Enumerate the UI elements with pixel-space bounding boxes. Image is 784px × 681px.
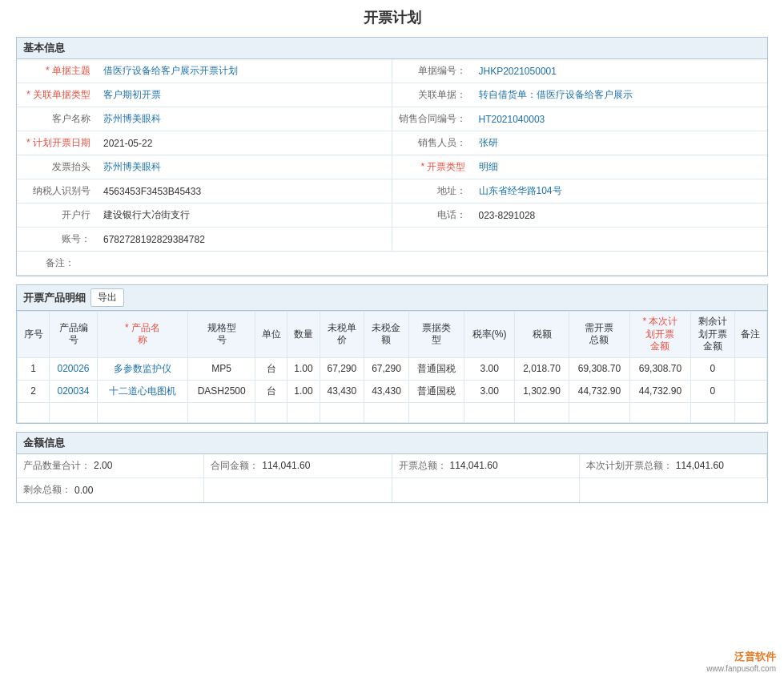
empty-cell [515, 402, 569, 422]
cell-doc_type: 普通国税 [408, 380, 464, 402]
invoice-type-label: * 开票类型 [392, 157, 472, 177]
cell-qty: 1.00 [287, 357, 320, 380]
empty-cell [320, 402, 364, 422]
invoice-total-label: 开票总额： [399, 459, 447, 473]
remaining-label: 剩余总额： [23, 483, 71, 497]
col-seq: 序号 [18, 312, 50, 358]
doc-number-cell: 单据编号： JHKP2021050001 [392, 59, 768, 83]
empty-cell [188, 402, 255, 422]
subject-cell: 单据主题 借医疗设备给客户展示开票计划 [17, 59, 392, 83]
cell-tax_rate: 3.00 [464, 380, 515, 402]
col-qty: 数量 [287, 312, 320, 358]
current-plan-label: 本次计划开票总额： [586, 459, 673, 473]
cell-remaining: 0 [690, 357, 734, 380]
col-product-name: * 产品名 称 [97, 312, 187, 358]
plan-date-value: 2021-05-22 [97, 135, 392, 152]
cell-notes [734, 380, 766, 402]
col-spec: 规格型 号 [188, 312, 255, 358]
remaining-cell: 剩余总额： 0.00 [17, 478, 204, 502]
col-current-invoice: * 本次计 划开票 金额 [629, 312, 690, 358]
salesperson-value: 张研 [472, 133, 768, 153]
col-product-code: 产品编 号 [50, 312, 98, 358]
empty-cell [690, 402, 734, 422]
subject-value: 借医疗设备给客户展示开票计划 [97, 61, 392, 81]
col-unit-price: 未税单 价 [320, 312, 364, 358]
invoice-header-value: 苏州博美眼科 [97, 157, 392, 177]
related-doc-value: 转自借货单：借医疗设备给客户展示 [472, 85, 768, 105]
cell-product_code: 020026 [50, 357, 98, 380]
invoice-header-label: 发票抬头 [17, 157, 97, 177]
invoice-total-cell: 开票总额： 114,041.60 [392, 454, 580, 478]
remaining-empty1 [204, 478, 392, 502]
invoice-type-value: 明细 [472, 157, 768, 177]
tax-id-cell: 纳税人识别号 4563453F3453B45433 [17, 179, 392, 203]
cell-seq: 1 [18, 357, 50, 380]
related-type-cell: * 关联单据类型 客户期初开票 [17, 83, 392, 107]
contract-amount-value: 114,041.60 [262, 460, 310, 471]
customer-name-label: 客户名称 [17, 109, 97, 129]
cell-notes [734, 357, 766, 380]
product-table-wrapper[interactable]: 序号 产品编 号 * 产品名 称 规格型 号 单位 数量 未税单 价 未税金 额… [17, 311, 767, 423]
cell-spec: MP5 [188, 357, 255, 380]
current-plan-cell: 本次计划开票总额： 114,041.60 [580, 454, 767, 478]
empty-cell [629, 402, 690, 422]
product-detail-header: 开票产品明细 导出 [17, 285, 767, 311]
col-remaining: 剩余计 划开票 金额 [690, 312, 734, 358]
product-detail-section: 开票产品明细 导出 序号 产品编 号 * 产品名 称 规格型 号 单位 数量 未… [16, 284, 768, 424]
cell-current_invoice: 44,732.90 [629, 380, 690, 402]
cell-unit: 台 [255, 380, 287, 402]
plan-date-label: * 计划开票日期 [17, 133, 97, 153]
basic-info-title: 基本信息 [23, 41, 65, 55]
cell-unit_price: 43,430 [320, 380, 364, 402]
empty-cell [408, 402, 464, 422]
remaining-value: 0.00 [74, 485, 93, 496]
phone-value: 023-8291028 [472, 207, 768, 224]
product-qty-value: 2.00 [94, 460, 112, 471]
phone-cell: 电话： 023-8291028 [392, 203, 768, 228]
cell-tax_rate: 3.00 [464, 357, 515, 380]
cell-unit_price: 67,290 [320, 357, 364, 380]
product-table: 序号 产品编 号 * 产品名 称 规格型 号 单位 数量 未税单 价 未税金 额… [17, 311, 767, 423]
empty-cell [255, 402, 287, 422]
empty-cell [464, 402, 515, 422]
table-row: 1020026多参数监护仪MP5台1.0067,29067,290普通国税3.0… [18, 357, 767, 380]
contract-amount-cell: 合同金额： 114,041.60 [204, 454, 392, 478]
doc-number-value: JHKP2021050001 [472, 62, 768, 80]
notes-label: 备注： [17, 253, 81, 273]
cell-untaxed_amount: 43,430 [364, 380, 409, 402]
notes-row: 备注： [17, 252, 767, 276]
bank-value: 建设银行大冶街支行 [97, 205, 392, 225]
doc-number-label: 单据编号： [392, 61, 472, 81]
empty-cell [287, 402, 320, 422]
account-value: 67827281928293847​82 [97, 231, 392, 248]
remaining-empty3 [580, 478, 767, 502]
sales-contract-value: HT2021040003 [472, 111, 768, 128]
invoice-total-value: 114,041.60 [450, 460, 498, 471]
salesperson-label: 销售人员： [392, 133, 472, 153]
empty-cell [569, 402, 629, 422]
customer-name-value: 苏州博美眼科 [97, 109, 392, 129]
cell-tax: 2,018.70 [515, 357, 569, 380]
col-untaxed-amount: 未税金 额 [364, 312, 409, 358]
product-qty-label: 产品数量合计： [23, 459, 90, 473]
cell-spec: DASH2500 [188, 380, 255, 402]
account-cell: 账号： 67827281928293847​82 [17, 228, 392, 252]
product-qty-cell: 产品数量合计： 2.00 [17, 454, 204, 478]
address-label: 地址： [392, 181, 472, 201]
subject-label: 单据主题 [17, 61, 97, 81]
customer-name-cell: 客户名称 苏州博美眼科 [17, 107, 392, 131]
basic-info-form: 单据主题 借医疗设备给客户展示开票计划 单据编号： JHKP2021050001… [17, 59, 767, 276]
phone-label: 电话： [392, 205, 472, 225]
bank-cell: 开户行 建设银行大冶街支行 [17, 203, 392, 228]
product-detail-title: 开票产品明细 [23, 291, 86, 305]
col-tax-rate: 税率(%) [464, 312, 515, 358]
col-total-invoice: 需开票 总额 [569, 312, 629, 358]
amount-info-title: 金额信息 [23, 436, 65, 450]
export-button[interactable]: 导出 [90, 288, 124, 307]
related-doc-label: 关联单据： [392, 85, 472, 105]
account-right-empty [392, 228, 768, 252]
invoice-type-cell: * 开票类型 明细 [392, 155, 768, 179]
cell-doc_type: 普通国税 [408, 357, 464, 380]
cell-product_name: 十二道心电图机 [97, 380, 187, 402]
sales-contract-cell: 销售合同编号： HT2021040003 [392, 107, 768, 131]
